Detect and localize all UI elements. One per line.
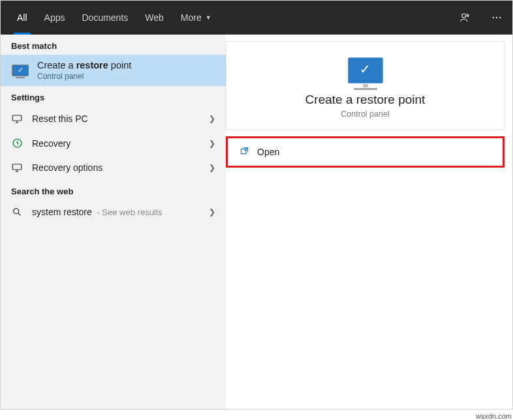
preview-card: ✓ Create a restore point Control panel [226,41,505,130]
section-best-match: Best match [1,35,226,55]
feedback-icon[interactable] [455,7,476,28]
preview-title: Create a restore point [233,93,497,107]
tab-documents[interactable]: Documents [73,1,136,35]
reset-pc-icon [11,113,23,125]
chevron-down-icon: ▼ [206,14,211,21]
watermark: wsxdn.com [476,412,512,420]
svg-point-0 [462,14,466,18]
settings-item-label: Recovery [32,138,200,149]
preview-subtitle: Control panel [233,110,497,119]
system-properties-icon: ✓ [11,63,29,78]
section-search-web: Search the web [1,180,226,200]
recovery-icon [11,138,23,149]
svg-point-3 [499,17,501,18]
chevron-right-icon: ❯ [209,114,215,123]
web-search-item[interactable]: system restore - See web results ❯ [1,200,226,224]
settings-item-reset-pc[interactable]: Reset this PC ❯ [1,106,226,131]
recovery-options-icon [11,162,23,173]
svg-rect-4 [12,115,22,121]
settings-item-recovery-options[interactable]: Recovery options ❯ [1,155,226,180]
tab-apps[interactable]: Apps [36,1,74,35]
search-icon [11,207,23,217]
preview-panel: ✓ Create a restore point Control panel O… [226,35,512,409]
tab-web[interactable]: Web [136,1,172,35]
settings-item-label: Recovery options [32,162,200,173]
svg-point-1 [493,17,494,18]
more-options-icon[interactable] [486,7,507,28]
best-match-result[interactable]: ✓ Create a restore point Control panel [1,55,226,86]
settings-item-label: Reset this PC [32,113,200,124]
svg-rect-6 [12,164,22,170]
tab-label: Apps [44,12,65,23]
section-settings: Settings [1,86,226,106]
preview-app-icon: ✓ [233,57,497,83]
search-tabs-bar: All Apps Documents Web More ▼ [1,1,512,35]
tab-more[interactable]: More ▼ [172,1,220,35]
svg-point-7 [14,209,19,214]
tab-label: More [181,12,202,23]
chevron-right-icon: ❯ [209,139,215,148]
settings-item-recovery[interactable]: Recovery ❯ [1,131,226,155]
tab-label: Documents [82,12,128,23]
chevron-right-icon: ❯ [209,207,215,217]
tab-all[interactable]: All [8,1,36,35]
tab-label: Web [145,12,164,23]
open-icon [240,146,249,158]
open-action[interactable]: Open [226,136,505,168]
web-search-label: system restore - See web results [32,207,200,217]
results-panel: Best match ✓ Create a restore point Cont… [1,35,226,409]
chevron-right-icon: ❯ [209,163,215,172]
action-label: Open [257,147,279,157]
svg-point-2 [496,17,497,18]
best-match-title: Create a restore point [37,60,131,70]
best-match-subtitle: Control panel [37,72,131,81]
tab-label: All [17,12,27,23]
